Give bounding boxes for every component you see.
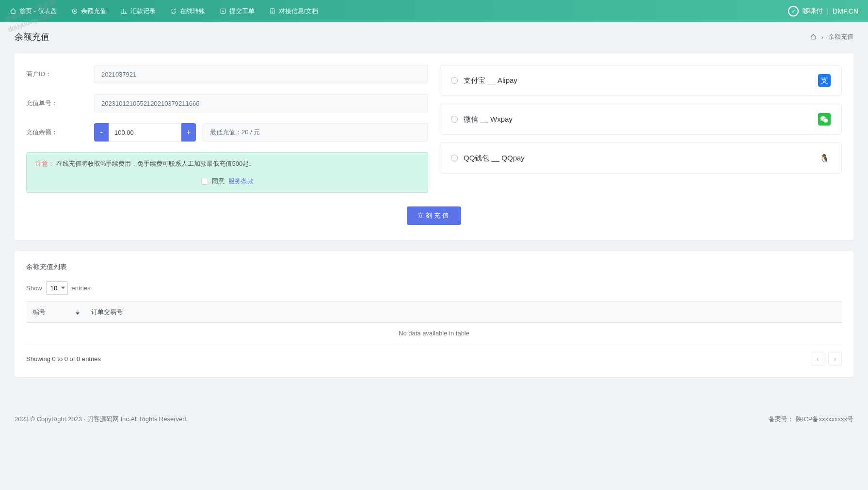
recharge-button[interactable]: 立刻充值	[407, 206, 461, 225]
amount-label: 充值余额：	[26, 128, 94, 137]
payment-label: QQ钱包 __ QQpay	[464, 154, 525, 163]
nav-label: 在线转账	[180, 7, 205, 16]
merchant-id-input[interactable]	[94, 65, 428, 83]
nav-item-transfer[interactable]: 在线转账	[170, 7, 205, 16]
page-title: 余额充值	[15, 31, 49, 43]
min-recharge-display: 最低充值：20 / 元	[203, 123, 428, 142]
merchant-id-label: 商户ID：	[26, 70, 94, 79]
nav-label: 提交工单	[229, 7, 255, 16]
breadcrumb-separator: ›	[821, 33, 823, 41]
refresh-icon	[170, 8, 177, 15]
nav-item-docs[interactable]: 对接信息/文档	[269, 7, 319, 16]
brand-domain: DMF.CN	[833, 7, 858, 15]
page-header: 余额充值 › 余额充值	[0, 22, 868, 48]
circle-dot-icon	[71, 8, 78, 15]
nav-item-dashboard[interactable]: 首页 - 仪表盘	[10, 7, 57, 16]
show-entries: Show 10 entries	[26, 281, 842, 295]
payment-label: 微信 __ Wxpay	[464, 115, 513, 124]
nav-item-remit[interactable]: 汇款记录	[121, 7, 156, 16]
amount-stepper: - +	[94, 123, 196, 142]
prev-page-button[interactable]: ‹	[811, 352, 824, 365]
decrease-button[interactable]: -	[94, 123, 109, 142]
navbar: 首页 - 仪表盘 余额充值 汇款记录 在线转账 提交工单 对接信息/文档 ✓ 哆…	[0, 0, 868, 22]
order-number-label: 充值单号：	[26, 99, 94, 108]
breadcrumb-current: 余额充值	[828, 32, 853, 41]
payment-option-qqpay[interactable]: QQ钱包 __ QQpay 🐧	[440, 142, 842, 174]
list-card: 余额充值列表 Show 10 entries 编号	[15, 251, 853, 377]
nav-label: 首页 - 仪表盘	[19, 7, 57, 16]
show-label: Show	[26, 285, 42, 292]
agree-checkbox[interactable]	[201, 178, 208, 185]
next-page-button[interactable]: ›	[828, 352, 842, 365]
breadcrumb: › 余额充值	[810, 32, 853, 41]
agree-row: 同意 服务条款	[35, 177, 419, 186]
page-size-select[interactable]: 10	[46, 281, 68, 295]
payment-option-alipay[interactable]: 支付宝 __ Alipay 支	[440, 65, 842, 96]
column-header-order[interactable]: 订单交易号	[84, 302, 842, 323]
agree-prefix: 同意	[212, 177, 225, 186]
nav-label: 余额充值	[81, 7, 106, 16]
payment-option-wxpay[interactable]: 微信 __ Wxpay	[440, 104, 842, 135]
radio-icon	[451, 155, 458, 161]
radio-icon	[451, 77, 458, 84]
payment-label: 支付宝 __ Alipay	[464, 76, 517, 85]
recharge-card: 商户ID： 充值单号： 充值余额： - + 最低充值：20	[15, 53, 853, 240]
copyright: 2023 © CopyRight 2023 · 刀客源码网 Inc.All Ri…	[15, 415, 188, 424]
pager: ‹ ›	[811, 352, 842, 365]
list-title: 余额充值列表	[26, 263, 842, 271]
radio-icon	[451, 116, 458, 123]
nav-item-ticket[interactable]: 提交工单	[220, 7, 255, 16]
file-icon	[269, 8, 276, 15]
order-number-input[interactable]	[94, 94, 428, 112]
nav-label: 汇款记录	[130, 7, 156, 16]
alipay-icon: 支	[818, 74, 831, 87]
bar-chart-icon	[121, 8, 128, 15]
brand-divider: |	[827, 7, 829, 15]
wechat-icon	[818, 113, 831, 126]
nav-item-recharge[interactable]: 余额充值	[71, 7, 106, 16]
home-icon	[10, 8, 16, 15]
edit-icon	[220, 8, 226, 15]
page-footer: 2023 © CopyRight 2023 · 刀客源码网 Inc.All Ri…	[0, 406, 868, 432]
icp-value[interactable]: 陕ICP备xxxxxxxxx号	[796, 415, 853, 423]
increase-button[interactable]: +	[181, 123, 196, 142]
notice-alert: 注意： 在线充值将收取%手续费用，免手续费可联系人工加款最低充值500起。 同意…	[26, 152, 428, 193]
table-empty-row: No data available in table	[26, 323, 842, 344]
sort-icon	[76, 310, 80, 315]
column-header-id[interactable]: 编号	[26, 302, 84, 323]
recharge-table: 编号 订单交易号 No data available in table	[26, 301, 842, 344]
notice-body: 在线充值将收取%手续费用，免手续费可联系人工加款最低充值500起。	[56, 160, 255, 167]
qq-icon: 🐧	[818, 152, 831, 164]
empty-message: No data available in table	[26, 323, 842, 344]
brand-logo-icon: ✓	[788, 6, 799, 16]
brand: ✓ 哆咪付 | DMF.CN	[788, 6, 858, 16]
amount-input[interactable]	[109, 123, 181, 142]
notice-prefix: 注意：	[35, 160, 54, 167]
icp-label: 备案号：	[769, 415, 794, 423]
table-info: Showing 0 to 0 of 0 entries	[26, 355, 101, 363]
icp: 备案号： 陕ICP备xxxxxxxxx号	[769, 415, 853, 424]
nav-label: 对接信息/文档	[279, 7, 319, 16]
brand-name: 哆咪付	[803, 7, 823, 16]
entries-label: entries	[72, 285, 91, 292]
terms-link[interactable]: 服务条款	[228, 177, 254, 186]
svg-point-1	[74, 11, 75, 12]
home-icon[interactable]	[810, 33, 817, 40]
